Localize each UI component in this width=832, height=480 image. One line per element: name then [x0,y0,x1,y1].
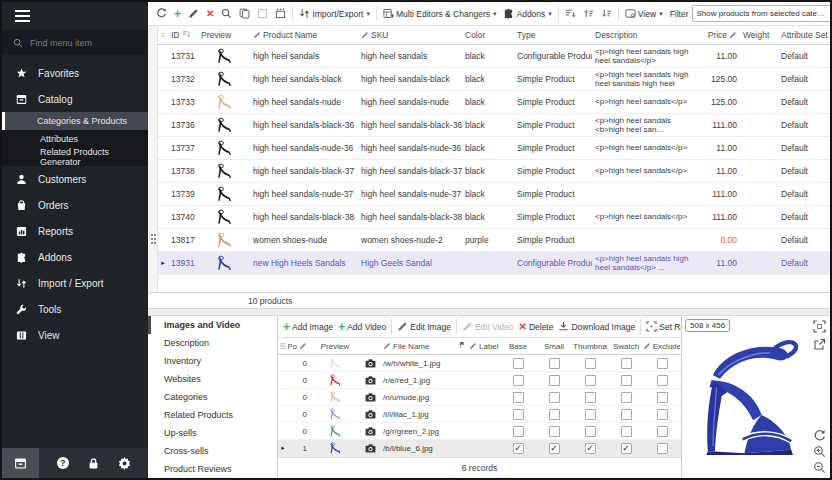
column-header-product-name[interactable]: Product Name [250,30,358,40]
panel-splitter-horizontal[interactable] [148,308,830,316]
sidebar-item-reports[interactable]: Reports [2,218,148,244]
grid-config-icon[interactable] [158,32,168,38]
product-row[interactable]: 13817women shoes-nudewomen shoes-nude-2p… [158,229,830,252]
refresh-button[interactable] [153,6,170,21]
image-row[interactable]: 0/w/h/white_1.jpg [278,355,681,372]
column-header-id[interactable]: ID [168,30,198,41]
move-up-button[interactable] [580,6,597,21]
exclude-checkbox[interactable] [657,443,668,454]
swatch-checkbox[interactable] [621,426,632,437]
exclude-checkbox[interactable] [657,392,668,403]
tab-description[interactable]: Description [148,334,277,352]
small-checkbox[interactable] [549,358,560,369]
fullscreen-button[interactable] [813,320,826,333]
image-column-header-file-name[interactable]: File Name [380,342,456,351]
import-export-menu[interactable]: Import/Export▾ [296,6,373,21]
add-video-button[interactable]: +Add Video [336,321,388,333]
add-product-button[interactable]: + [171,7,184,21]
sidebar-item-catalog[interactable]: Catalog [2,86,148,112]
tab-up-sells[interactable]: Up-sells [148,424,277,442]
base-checkbox[interactable] [513,426,524,437]
sidebar-search[interactable] [2,30,148,55]
sort-rows-button[interactable] [562,6,579,21]
image-column-header-swatch[interactable]: Swatch [608,342,644,351]
tab-product-reviews[interactable]: Product Reviews [148,460,277,478]
tab-inventory[interactable]: Inventory [148,352,277,370]
thumbnail-checkbox[interactable] [585,358,596,369]
delete-image-button[interactable]: ✕Delete [516,321,555,333]
image-row[interactable]: 0/l/i/lilac_1.jpg [278,406,681,423]
rotate-button[interactable] [813,429,826,442]
small-checkbox[interactable] [549,392,560,403]
zoom-out-button[interactable] [813,461,826,474]
multi-editors-menu[interactable]: Multi Editors & Changers▾ [380,6,500,21]
column-header-sku[interactable]: SKU [358,30,462,40]
sidebar-item-import-export[interactable]: Import / Export [2,270,148,296]
add-image-button[interactable]: +Add Image [281,321,335,333]
open-external-button[interactable] [813,338,826,351]
set-resize-rule-button[interactable]: Set Resize Rule [644,320,681,333]
tab-categories[interactable]: Categories [148,388,277,406]
sidebar-item-customers[interactable]: Customers [2,166,148,192]
addons-menu[interactable]: Addons▾ [500,6,554,21]
tab-cross-sells[interactable]: Cross-sells [148,442,277,460]
sidebar-item-favorites[interactable]: Favorites [2,60,148,86]
product-row[interactable]: 13737high heel sandals-nude-36high heel … [158,137,830,160]
delete-product-button[interactable]: ✕ [203,7,217,21]
sidebar-item-view[interactable]: View [2,322,148,348]
thumbnail-checkbox[interactable] [585,426,596,437]
swatch-checkbox[interactable] [621,409,632,420]
download-image-button[interactable]: Download Image [556,320,637,333]
image-column-header-preview[interactable]: Preview [310,342,360,351]
image-column-header-po[interactable]: Po [288,342,310,351]
zoom-in-button[interactable] [813,445,826,458]
image-row[interactable]: ▸1/b/l/blue_6.jpg [278,440,681,457]
small-checkbox[interactable] [549,443,560,454]
column-header-description[interactable]: Description [592,30,692,40]
paste-special-button[interactable] [272,6,289,21]
exclude-checkbox[interactable] [657,409,668,420]
product-row[interactable]: 13733high heel sandals-nudehigh heel san… [158,91,830,114]
product-row[interactable]: 13740high heel sandals-black-38high heel… [158,206,830,229]
product-row[interactable]: 13732high heel sandals-blackhigh heel sa… [158,68,830,91]
help-button[interactable]: ? [56,456,70,470]
swatch-checkbox[interactable] [621,358,632,369]
catalog-mode-button[interactable] [2,448,39,478]
sidebar-item-tools[interactable]: Tools [2,296,148,322]
edit-product-button[interactable] [185,6,202,21]
edit-image-button[interactable]: Edit Image [395,320,453,333]
copy-button[interactable] [236,6,253,21]
image-column-header-small[interactable]: Small [536,342,572,351]
sidebar-item-addons[interactable]: Addons [2,244,148,270]
base-checkbox[interactable] [513,375,524,386]
column-header-price[interactable]: Price [692,30,740,40]
sidebar-search-input[interactable] [30,38,130,48]
thumbnail-checkbox[interactable] [585,443,596,454]
move-down-button[interactable] [598,6,615,21]
product-row[interactable]: 13731high heel sandalshigh heel sandalsb… [158,45,830,68]
grid-config-icon[interactable] [278,343,288,350]
product-row[interactable]: ▸13931new High Heels SandalsHigh Geels S… [158,252,830,275]
small-checkbox[interactable] [549,409,560,420]
swatch-checkbox[interactable] [621,443,632,454]
image-row[interactable]: 0/g/r/green_2.jpg [278,423,681,440]
settings-button[interactable] [117,456,131,470]
image-row[interactable]: 0/n/u/nude.jpg [278,389,681,406]
category-filter-select[interactable]: Show products from selected categories▾ [692,5,830,22]
image-column-header-exclude[interactable]: Exclude [644,342,680,351]
thumbnail-checkbox[interactable] [585,375,596,386]
sidebar-subitem-categories-products[interactable]: Categories & Products [2,112,148,130]
hamburger-menu-button[interactable] [2,2,148,30]
column-header-color[interactable]: Color [462,30,514,40]
column-header-attribute-set-name[interactable]: Attribute Set Name [778,30,830,40]
tab-websites[interactable]: Websites [148,370,277,388]
select-button[interactable] [254,6,271,21]
tab-images-and-video[interactable]: Images and Video [148,316,277,334]
sidebar-subitem-related-products-generator[interactable]: Related Products Generator [2,148,148,166]
base-checkbox[interactable] [513,392,524,403]
thumbnail-checkbox[interactable] [585,392,596,403]
base-checkbox[interactable] [513,358,524,369]
column-header-preview[interactable]: Preview [198,30,250,40]
lock-button[interactable] [87,456,101,470]
sidebar-subitem-attributes[interactable]: Attributes [2,130,148,148]
